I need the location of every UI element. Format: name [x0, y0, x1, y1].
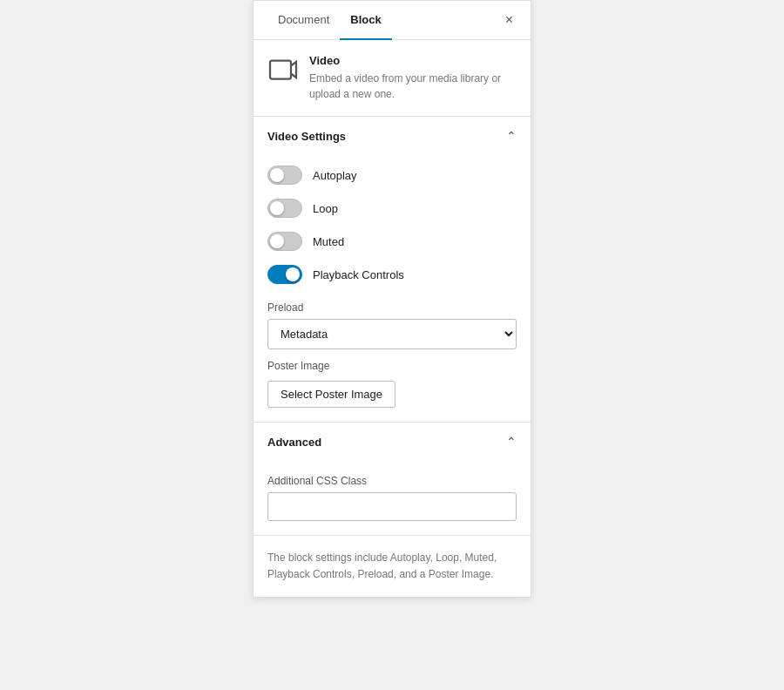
css-class-field: Additional CSS Class [267, 475, 517, 521]
playback-controls-row: Playback Controls [267, 258, 517, 291]
playback-toggle[interactable] [267, 265, 302, 284]
loop-thumb [270, 201, 284, 215]
select-poster-image-button[interactable]: Select Poster Image [267, 381, 395, 408]
tab-block[interactable]: Block [340, 1, 391, 40]
advanced-chevron-icon: ⌃ [506, 435, 517, 449]
block-description: Embed a video from your media library or… [309, 71, 517, 102]
advanced-title: Advanced [267, 436, 321, 449]
advanced-section: Advanced ⌃ Additional CSS Class [253, 423, 531, 536]
loop-track [267, 199, 302, 218]
block-info-text: Video Embed a video from your media libr… [309, 54, 517, 102]
block-title: Video [309, 54, 517, 67]
video-settings-body: Autoplay Loop [253, 155, 531, 422]
advanced-body: Additional CSS Class [253, 461, 531, 535]
css-class-input[interactable] [267, 492, 517, 521]
video-settings-section: Video Settings ⌃ Autoplay [253, 117, 531, 423]
advanced-header[interactable]: Advanced ⌃ [253, 423, 531, 461]
muted-track [267, 232, 302, 251]
close-button[interactable]: × [502, 9, 517, 31]
autoplay-row: Autoplay [267, 159, 517, 192]
video-icon [267, 54, 299, 85]
preload-field: Preload Metadata Auto None [267, 301, 517, 349]
muted-thumb [270, 234, 284, 248]
muted-toggle[interactable] [267, 232, 302, 251]
poster-image-label: Poster Image [267, 360, 517, 372]
muted-label: Muted [313, 235, 344, 248]
video-settings-title: Video Settings [267, 130, 346, 143]
playback-thumb [286, 267, 300, 281]
playback-label: Playback Controls [313, 268, 404, 281]
css-class-label: Additional CSS Class [267, 475, 517, 487]
preload-label: Preload [267, 301, 517, 314]
loop-toggle[interactable] [267, 199, 302, 218]
autoplay-track [267, 166, 302, 185]
playback-track [267, 265, 302, 284]
autoplay-label: Autoplay [313, 169, 357, 182]
svg-rect-0 [270, 61, 291, 79]
poster-image-field: Poster Image Select Poster Image [267, 360, 517, 408]
footer-note: The block settings include Autoplay, Loo… [253, 536, 531, 597]
muted-row: Muted [267, 225, 517, 258]
video-settings-header[interactable]: Video Settings ⌃ [253, 117, 531, 155]
loop-label: Loop [313, 202, 338, 215]
autoplay-toggle[interactable] [267, 166, 302, 185]
sidebar-panel: Document Block × Video Embed a video fro… [253, 0, 531, 598]
autoplay-thumb [270, 168, 284, 182]
loop-row: Loop [267, 192, 517, 225]
tab-document[interactable]: Document [267, 1, 340, 40]
block-info: Video Embed a video from your media libr… [253, 40, 531, 117]
preload-select[interactable]: Metadata Auto None [267, 319, 517, 349]
panel-tabs: Document Block × [253, 1, 531, 40]
chevron-up-icon: ⌃ [506, 129, 517, 143]
